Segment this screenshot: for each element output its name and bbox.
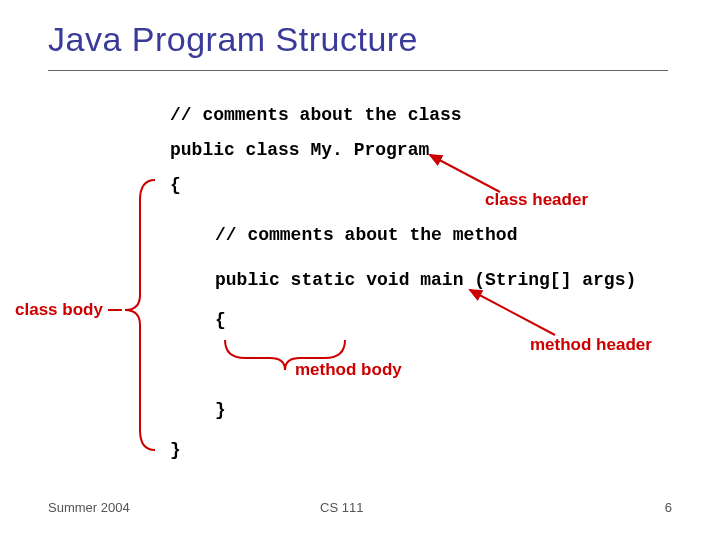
code-line-2: public class My. Program <box>170 140 429 160</box>
brace-class-body <box>125 180 155 450</box>
annotation-class-body: class body <box>15 300 103 320</box>
footer-center: CS 111 <box>320 500 363 515</box>
footer-right: 6 <box>665 500 672 515</box>
code-line-8: } <box>170 440 181 460</box>
arrow-class-header <box>430 155 500 192</box>
annotation-class-header: class header <box>485 190 588 210</box>
annotation-method-header: method header <box>530 335 652 355</box>
code-line-7: } <box>215 400 226 420</box>
footer-left: Summer 2004 <box>48 500 130 515</box>
arrow-method-header <box>470 290 555 335</box>
code-line-6: { <box>215 310 226 330</box>
code-line-4: // comments about the method <box>215 225 517 245</box>
code-line-3: { <box>170 175 181 195</box>
title-underline <box>48 70 668 71</box>
code-line-1: // comments about the class <box>170 105 462 125</box>
annotation-method-body: method body <box>295 360 402 380</box>
code-line-5: public static void main (String[] args) <box>215 270 636 290</box>
slide-title: Java Program Structure <box>48 20 418 59</box>
